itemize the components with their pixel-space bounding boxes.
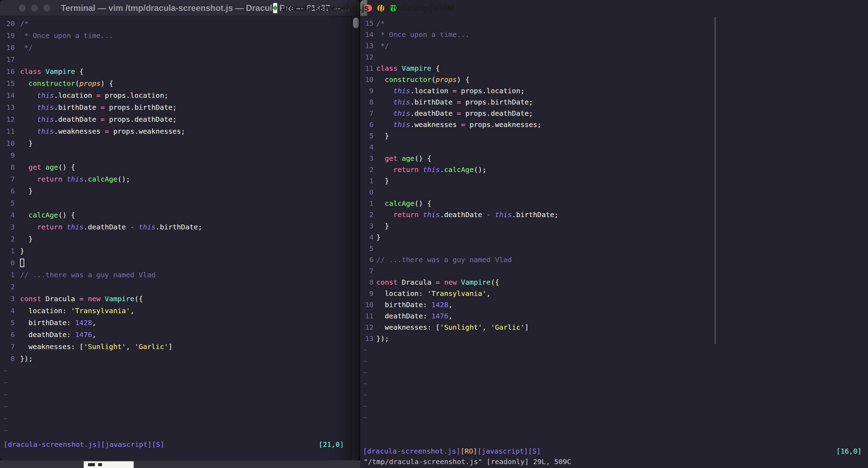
line-number: 4	[4, 305, 15, 317]
statusline-segment: [dracula-screenshot.js]	[363, 447, 460, 455]
code-line: 5	[360, 243, 868, 254]
code-line: 7 return this.calcAge();	[0, 173, 359, 185]
statusline-file-info: [dracula-screenshot.js][RO][javascript][…	[363, 445, 541, 457]
code-line: 4}	[360, 232, 868, 243]
line-number: 3	[4, 221, 15, 233]
code-line: 5 birthDate: 1428,	[0, 317, 359, 329]
tilde-line: ~	[0, 377, 359, 388]
statusline-cursor-position: [21,0]	[319, 438, 344, 450]
scrollbar-thumb[interactable]	[353, 18, 359, 28]
code-line: 3const Dracula = new Vampire({	[0, 293, 359, 305]
code-line: 11 this.weaknesses = props.weaknesses;	[0, 125, 359, 137]
code-line: 1 }	[360, 175, 868, 186]
code-line: 10 }	[0, 137, 359, 149]
line-number: 3	[363, 153, 374, 164]
document-icon	[273, 3, 277, 13]
line-number: 13	[363, 333, 374, 344]
statusline-segment: [javascript][S]	[477, 447, 541, 455]
tilde-line: ~	[0, 388, 359, 400]
tilde-line: ~	[0, 365, 359, 377]
line-number: 6	[363, 119, 374, 130]
code-line: 13});	[360, 333, 868, 344]
terminal-buffer[interactable]: 20/*19 * Once upon a time...18 */1716cla…	[0, 16, 359, 438]
zoom-button[interactable]	[43, 5, 50, 12]
code-line: 11class Vampire {	[360, 63, 868, 74]
code-line: 14 this.location = props.location;	[0, 89, 359, 101]
statusline-file-info: [dracula-screenshot.js][javascript][S]	[4, 438, 165, 450]
line-number: 3	[363, 220, 374, 232]
code-line: 20/*	[0, 18, 359, 30]
line-number: 5	[363, 243, 374, 254]
statusline-segment: [RO]	[460, 447, 477, 455]
code-line: 2	[0, 281, 359, 293]
line-number: 1	[363, 198, 374, 209]
line-number: 9	[363, 288, 374, 299]
code-line: 7 weaknesses: ['Sunlight', 'Garlic']	[0, 341, 359, 353]
line-number: 11	[363, 63, 374, 74]
line-number: 9	[4, 149, 15, 161]
tilde-line: ~	[360, 355, 868, 367]
close-button[interactable]	[19, 5, 26, 12]
code-line: 10 birthDate: 1428,	[360, 299, 868, 310]
minimize-button[interactable]	[31, 5, 38, 12]
code-line: 2 return this.calcAge();	[360, 164, 868, 175]
traffic-lights	[19, 5, 50, 12]
terminal-window: Terminal — vim /tmp/dracula-screenshot.j…	[0, 0, 359, 460]
line-number: 0	[4, 257, 15, 269]
code-line: 3 }	[360, 220, 868, 232]
line-number: 1	[4, 245, 15, 257]
line-number: 7	[4, 173, 15, 185]
screen: Terminal — vim /tmp/dracula-screenshot.j…	[0, 0, 868, 468]
code-line: 4	[360, 141, 868, 153]
line-number: 14	[4, 89, 15, 101]
code-line: 4 location: 'Transylvania',	[0, 305, 359, 317]
line-number: 2	[363, 209, 374, 220]
code-line: 15/*	[360, 18, 868, 29]
macvim-message-line: "/tmp/dracula-screenshot.js" [readonly] …	[360, 457, 868, 468]
tilde-line: ~	[360, 344, 868, 355]
line-number: 10	[363, 74, 374, 85]
line-number: 2	[363, 164, 374, 175]
code-line: 18 */	[0, 42, 359, 53]
code-line: 6 this.weaknesses = props.weaknesses;	[360, 119, 868, 130]
line-number: 19	[4, 30, 15, 42]
code-line: 1 calcAge() {	[360, 198, 868, 209]
code-line: 13 */	[360, 40, 868, 51]
line-number: 5	[363, 130, 374, 141]
scrollbar[interactable]	[352, 16, 359, 460]
code-line: 0	[0, 257, 359, 269]
line-number: 6	[4, 329, 15, 341]
tilde-line: ~	[360, 400, 868, 412]
macvim-buffer[interactable]: 15/*14 * Once upon a time...13 */1211cla…	[360, 16, 868, 445]
code-line: 16class Vampire {	[0, 65, 359, 77]
line-number: 1	[363, 175, 374, 186]
code-line: 7	[360, 265, 868, 277]
code-line: 12 this.deathDate = props.deathDate;	[0, 113, 359, 125]
line-number: 7	[363, 265, 374, 277]
line-number: 6	[4, 185, 15, 197]
code-line: 15 constructor(props) {	[0, 77, 359, 89]
tilde-line: ~	[360, 412, 868, 423]
line-number: 18	[4, 42, 15, 53]
code-line: 7 this.deathDate = props.deathDate;	[360, 108, 868, 119]
line-number: 7	[363, 108, 374, 119]
line-number: 14	[363, 29, 374, 40]
tilde-line: ~	[360, 389, 868, 400]
line-number: 20	[4, 18, 15, 30]
line-number: 15	[363, 18, 374, 29]
desktop-sliver	[0, 460, 360, 468]
code-line: 6 deathDate: 1476,	[0, 329, 359, 341]
code-line: 9	[0, 149, 359, 161]
macvim-window: dracula-screenshot.js = (/private/tmp) -…	[360, 0, 868, 468]
code-line: 11 deathDate: 1476,	[360, 310, 868, 322]
code-line: 4 calcAge() {	[0, 209, 359, 221]
code-line: 19 * Once upon a time...	[0, 30, 359, 42]
line-number: 16	[4, 65, 15, 77]
terminal-statusline: [dracula-screenshot.js][javascript][S] […	[0, 438, 359, 450]
scrollbar-line	[715, 17, 716, 344]
line-number: 5	[4, 197, 15, 209]
code-line: 3 return this.deathDate - this.birthDate…	[0, 221, 359, 233]
line-number: 2	[4, 281, 15, 293]
code-line: 3 get age() {	[360, 153, 868, 164]
window-title: dracula-screenshot.js = (/private/tmp) -…	[282, 3, 454, 13]
